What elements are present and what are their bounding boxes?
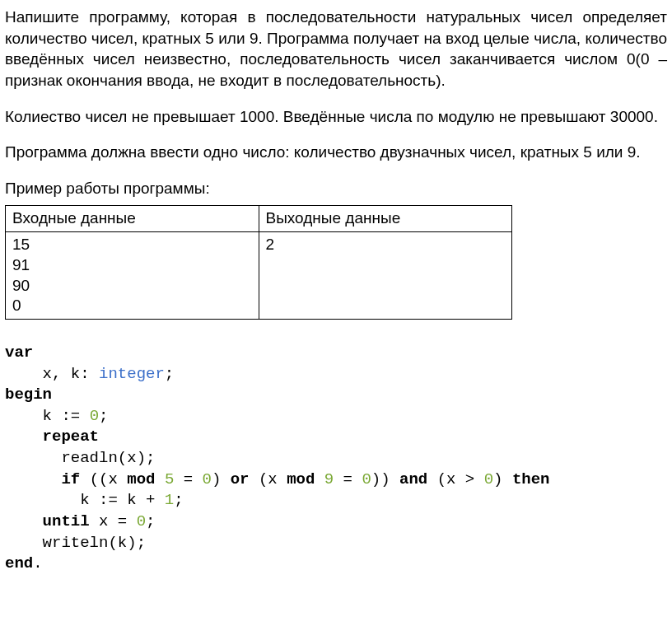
code-inc-line: k := k + [5, 491, 165, 509]
num-9: 9 [324, 470, 334, 488]
code-semi-1: ; [165, 365, 174, 383]
table-header-output: Выходные данные [259, 206, 512, 232]
task-paragraph-1: Напишите программу, которая в последоват… [5, 7, 667, 91]
keyword-begin: begin [5, 385, 52, 404]
keyword-end: end [5, 554, 33, 572]
code-block: var x, k: integer; begin k := 0; repeat … [5, 343, 667, 575]
num-one: 1 [165, 491, 174, 509]
keyword-or: or [231, 470, 250, 488]
keyword-repeat: repeat [43, 427, 99, 446]
num-zero-1: 0 [90, 407, 99, 425]
code-sp2 [315, 470, 324, 488]
code-dot: . [33, 554, 42, 572]
code-decl: x, k: [43, 365, 99, 383]
code-eq2: = [334, 470, 362, 488]
code-close2: )) [371, 470, 399, 488]
num-zero-2: 0 [203, 470, 212, 488]
code-readln: readln(x); [5, 449, 155, 467]
keyword-then: then [512, 470, 550, 488]
code-if-open: ((x [80, 470, 127, 488]
keyword-until: until [43, 512, 90, 530]
num-zero-4: 0 [484, 470, 493, 488]
keyword-mod-2: mod [287, 470, 315, 488]
code-until-pre [5, 512, 43, 530]
task-paragraph-2: Колиество чисел не превышает 1000. Введё… [5, 106, 667, 128]
table-cell-output: 2 [259, 232, 512, 320]
num-zero-5: 0 [137, 512, 146, 530]
keyword-and: and [399, 470, 427, 488]
code-writeln: writeln(k); [5, 534, 146, 552]
keyword-mod-1: mod [127, 470, 155, 488]
code-if-pre [5, 470, 61, 488]
table-cell-input: 15 91 90 0 [6, 232, 259, 320]
code-close1: ) [212, 470, 231, 488]
task-paragraph-3: Программа должна ввести одно число: коли… [5, 142, 667, 163]
type-integer: integer [99, 365, 165, 383]
code-eq1: = [174, 470, 202, 488]
code-semi-2: ; [99, 407, 108, 425]
code-open2: (x [250, 470, 287, 488]
keyword-if: if [61, 470, 80, 488]
code-assign-prefix: k := [5, 407, 90, 425]
code-until-cond: x = [90, 512, 137, 530]
code-semi-3: ; [174, 491, 183, 509]
code-semi-4: ; [146, 512, 155, 530]
keyword-var: var [5, 343, 33, 362]
num-5: 5 [165, 470, 174, 488]
code-close3: ) [493, 470, 512, 488]
table-header-input: Входные данные [6, 206, 259, 232]
code-sp1 [155, 470, 164, 488]
code-open3: (x > [427, 470, 483, 488]
num-zero-3: 0 [362, 470, 371, 488]
example-label: Пример работы программы: [5, 178, 667, 199]
example-table: Входные данные Выходные данные 15 91 90 … [5, 205, 512, 319]
